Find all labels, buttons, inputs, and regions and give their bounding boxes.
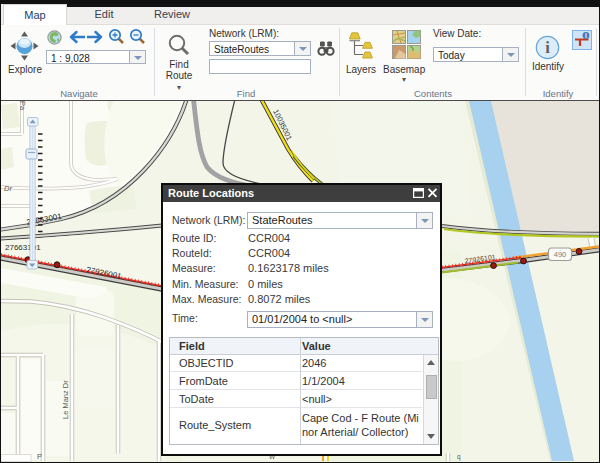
svg-text:490: 490 bbox=[554, 250, 567, 259]
svg-text:i: i bbox=[585, 32, 587, 39]
svg-text:q: q bbox=[457, 453, 461, 461]
svg-text:Pa: Pa bbox=[18, 101, 27, 111]
svg-text:P: P bbox=[37, 452, 42, 461]
svg-text:Dr: Dr bbox=[4, 184, 12, 193]
svg-text:27663101: 27663101 bbox=[5, 243, 41, 252]
svg-text:i: i bbox=[545, 38, 550, 57]
svg-text:Le Manz Dr: Le Manz Dr bbox=[61, 380, 70, 419]
